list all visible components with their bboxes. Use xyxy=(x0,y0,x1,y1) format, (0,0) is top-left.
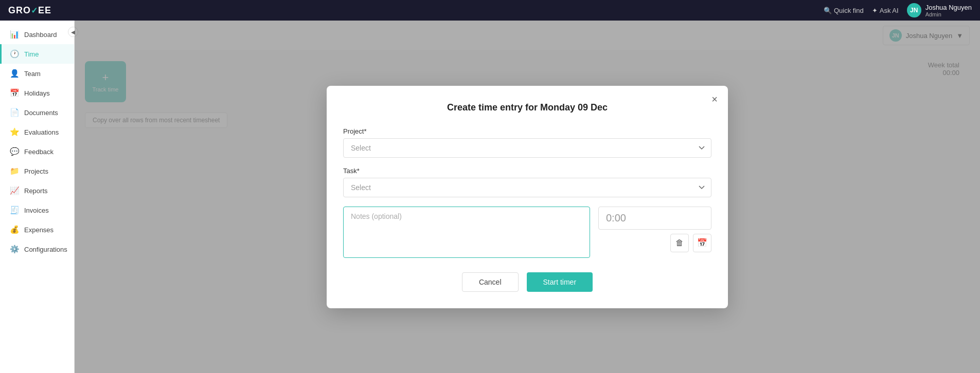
time-actions: 🗑 📅 xyxy=(598,234,711,252)
sidebar-item-time[interactable]: 🕐 Time xyxy=(0,44,74,64)
invoices-icon: 🧾 xyxy=(10,206,19,215)
sidebar-item-invoices[interactable]: 🧾 Invoices xyxy=(0,200,74,220)
feedback-icon: 💬 xyxy=(10,147,19,156)
cancel-button[interactable]: Cancel xyxy=(462,272,519,292)
dashboard-icon: 📊 xyxy=(10,30,19,39)
notes-time-row: 🗑 📅 xyxy=(343,207,711,260)
calendar-icon: 📅 xyxy=(697,238,707,248)
ai-icon: ✦ xyxy=(872,7,878,14)
topbar: GRO✓EE 🔍 Quick find ✦ Ask AI JN Joshua N… xyxy=(0,0,980,21)
time-group: 🗑 📅 xyxy=(598,207,711,260)
ask-ai-button[interactable]: ✦ Ask AI xyxy=(872,7,899,14)
topbar-right: 🔍 Quick find ✦ Ask AI JN Joshua Nguyen A… xyxy=(824,3,972,17)
holidays-icon: 📅 xyxy=(10,88,19,98)
configurations-icon: ⚙️ xyxy=(10,245,19,254)
trash-icon: 🗑 xyxy=(675,238,684,248)
quick-find-button[interactable]: 🔍 Quick find xyxy=(824,7,864,14)
sidebar-item-documents[interactable]: 📄 Documents xyxy=(0,103,74,122)
logo: GRO✓EE xyxy=(8,5,51,16)
team-icon: 👤 xyxy=(10,69,19,78)
time-icon: 🕐 xyxy=(10,49,19,59)
notes-textarea[interactable] xyxy=(343,207,590,258)
project-group: Project* Select xyxy=(343,127,711,158)
modal-title: Create time entry for Monday 09 Dec xyxy=(343,102,711,113)
project-label: Project* xyxy=(343,127,711,135)
modal: × Create time entry for Monday 09 Dec Pr… xyxy=(327,86,728,308)
sidebar-item-dashboard[interactable]: 📊 Dashboard xyxy=(0,25,74,44)
evaluations-icon: ⭐ xyxy=(10,127,19,137)
sidebar-item-holidays[interactable]: 📅 Holidays xyxy=(0,83,74,103)
modal-close-button[interactable]: × xyxy=(711,94,718,104)
main-area: JN Joshua Nguyen ▼ + Track time Week tot… xyxy=(75,21,980,373)
task-group: Task* Select xyxy=(343,167,711,197)
user-badge: JN Joshua Nguyen Admin xyxy=(907,3,972,17)
sidebar-item-reports[interactable]: 📈 Reports xyxy=(0,181,74,200)
notes-group xyxy=(343,207,590,260)
modal-footer: Cancel Start timer xyxy=(343,272,711,292)
projects-icon: 📁 xyxy=(10,166,19,176)
sidebar-item-evaluations[interactable]: ⭐ Evaluations xyxy=(0,122,74,142)
user-avatar-top: JN xyxy=(907,3,921,17)
user-role: Admin xyxy=(925,11,972,17)
time-input[interactable] xyxy=(598,207,711,230)
user-name: Joshua Nguyen xyxy=(925,4,972,11)
task-label: Task* xyxy=(343,167,711,175)
sidebar-item-feedback[interactable]: 💬 Feedback xyxy=(0,142,74,161)
calendar-time-button[interactable]: 📅 xyxy=(693,234,711,252)
sidebar-item-team[interactable]: 👤 Team xyxy=(0,64,74,83)
task-select[interactable]: Select xyxy=(343,178,711,197)
logo-check: ✓ xyxy=(31,6,38,15)
user-info: Joshua Nguyen Admin xyxy=(925,4,972,17)
delete-time-button[interactable]: 🗑 xyxy=(670,234,689,252)
search-icon: 🔍 xyxy=(824,7,832,14)
sidebar-item-configurations[interactable]: ⚙️ Configurations xyxy=(0,239,74,259)
documents-icon: 📄 xyxy=(10,108,19,117)
start-timer-button[interactable]: Start timer xyxy=(527,272,593,292)
project-select[interactable]: Select xyxy=(343,138,711,158)
sidebar-item-expenses[interactable]: 💰 Expenses xyxy=(0,220,74,239)
sidebar-item-projects[interactable]: 📁 Projects xyxy=(0,161,74,181)
modal-overlay: × Create time entry for Monday 09 Dec Pr… xyxy=(75,21,980,373)
logo-text: GRO✓EE xyxy=(8,5,51,16)
sidebar: ◀ 📊 Dashboard 🕐 Time 👤 Team 📅 Holidays 📄… xyxy=(0,21,75,373)
reports-icon: 📈 xyxy=(10,186,19,195)
layout: ◀ 📊 Dashboard 🕐 Time 👤 Team 📅 Holidays 📄… xyxy=(0,21,980,373)
expenses-icon: 💰 xyxy=(10,225,19,234)
